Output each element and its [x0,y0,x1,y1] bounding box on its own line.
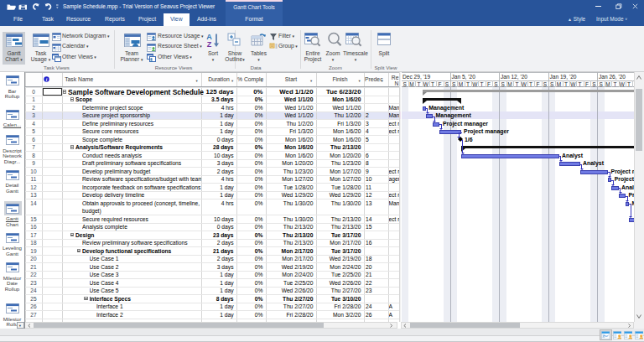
svg-text:Z: Z [207,40,212,48]
